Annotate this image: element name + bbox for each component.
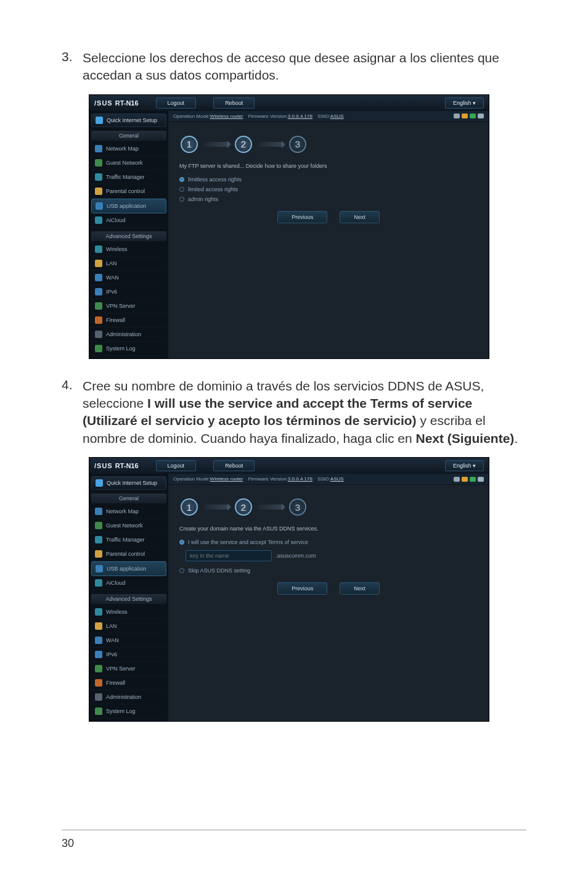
guest-network-icon <box>95 159 102 167</box>
step-3: 3. Seleccione los derechos de acceso que… <box>62 49 526 85</box>
status-icon-1 <box>454 477 460 482</box>
radio-limited-access[interactable]: limited access rights <box>179 186 480 192</box>
sidebar-item-system-log[interactable]: System Log <box>91 704 166 719</box>
sidebar-item-parental-control[interactable]: Parental control <box>91 184 166 199</box>
sidebar-item-system-log[interactable]: System Log <box>91 342 166 356</box>
sidebar-item-aicloud[interactable]: AiCloud <box>91 213 166 228</box>
sidebar-item-vpn-server[interactable]: VPN Server <box>91 662 166 676</box>
router-infobar: Operation Mode: Wireless router Firmware… <box>168 111 489 122</box>
radio-icon <box>179 540 184 545</box>
router-panel: 1 2 3 My FTP server is shared... Decide … <box>168 122 489 357</box>
sidebar-item-guest-network[interactable]: Guest Network <box>91 156 166 170</box>
sidebar-item-aicloud[interactable]: AiCloud <box>91 576 166 590</box>
brand-logo: /SUS <box>94 462 113 469</box>
fw-value[interactable]: 3.0.0.4.178 <box>288 113 312 119</box>
step-3-number: 3. <box>62 49 83 85</box>
sidebar-item-network-map[interactable]: Network Map <box>91 505 166 519</box>
wizard-steps: 1 2 3 <box>181 498 480 516</box>
sidebar-item-usb-application[interactable]: USB application <box>91 561 166 576</box>
radio-use-service[interactable]: I will use the service and accept Terms … <box>179 539 480 545</box>
wizard-step-1: 1 <box>181 498 198 516</box>
sidebar-item-wireless[interactable]: Wireless <box>91 242 166 257</box>
wizard-step-2: 2 <box>235 136 252 153</box>
wizard-step-2: 2 <box>235 498 252 516</box>
lan-icon <box>95 622 102 630</box>
sidebar-item-traffic-manager[interactable]: Traffic Manager <box>91 533 166 547</box>
ipv6-icon <box>95 651 102 658</box>
ssid-label: SSID: <box>317 113 330 119</box>
sidebar-header-advanced: Advanced Settings <box>91 231 166 241</box>
reboot-button[interactable]: Reboot <box>213 460 255 471</box>
ipv6-icon <box>95 288 102 295</box>
radio-admin-rights[interactable]: admin rights <box>179 196 480 202</box>
traffic-manager-icon <box>95 173 102 181</box>
chevron-down-icon: ▾ <box>473 100 476 106</box>
sidebar-item-firewall[interactable]: Firewall <box>91 676 166 690</box>
router-panel: 1 2 3 Create your domain name via the AS… <box>168 485 489 719</box>
sidebar-item-ipv6[interactable]: IPv6 <box>91 285 166 299</box>
sidebar-item-administration[interactable]: Administration <box>91 328 166 342</box>
arrow-icon <box>258 142 283 147</box>
usb-application-icon <box>96 202 103 210</box>
chevron-down-icon: ▾ <box>473 463 476 469</box>
router-sidebar: Quick Internet Setup General Network Map… <box>89 111 168 358</box>
status-icon-3 <box>470 477 476 482</box>
sidebar-item-wireless[interactable]: Wireless <box>91 605 166 619</box>
reboot-button[interactable]: Reboot <box>213 97 255 109</box>
sidebar-item-firewall[interactable]: Firewall <box>91 313 166 328</box>
sidebar-header-general: General <box>91 493 166 503</box>
radio-skip-ddns[interactable]: Skip ASUS DDNS setting <box>179 567 480 574</box>
step-3-text: Seleccione los derechos de acceso que de… <box>83 49 526 85</box>
page-number: 30 <box>62 837 74 850</box>
step-4-number: 4. <box>62 377 83 447</box>
sidebar-item-wan[interactable]: WAN <box>91 633 166 648</box>
op-mode-value[interactable]: Wireless router <box>210 476 243 482</box>
language-select[interactable]: English ▾ <box>445 97 484 109</box>
ddns-suffix: .asuscomm.com <box>276 553 316 559</box>
status-icon-3 <box>470 113 476 118</box>
lan-icon <box>95 260 102 267</box>
status-icon-1 <box>454 113 460 118</box>
radio-limitless-access[interactable]: limitless access rights <box>179 176 480 183</box>
sidebar-item-traffic-manager[interactable]: Traffic Manager <box>91 170 166 184</box>
brand-logo: /SUS <box>94 99 113 107</box>
fw-label: Firmware Version: <box>248 113 287 119</box>
sidebar-item-wan[interactable]: WAN <box>91 271 166 285</box>
administration-icon <box>95 693 102 701</box>
previous-button[interactable]: Previous <box>277 582 327 595</box>
quick-internet-setup[interactable]: Quick Internet Setup <box>91 113 166 127</box>
sidebar-item-network-map[interactable]: Network Map <box>91 142 166 156</box>
router-titlebar: /SUS RT-N16 Logout Reboot English ▾ <box>89 95 489 111</box>
op-mode-value[interactable]: Wireless router <box>210 113 243 119</box>
language-select[interactable]: English ▾ <box>445 460 484 471</box>
vpn-server-icon <box>95 302 102 310</box>
sidebar-item-administration[interactable]: Administration <box>91 690 166 704</box>
radio-icon <box>179 568 184 573</box>
sidebar-item-usb-application[interactable]: USB application <box>91 199 166 213</box>
sidebar-item-lan[interactable]: LAN <box>91 257 166 271</box>
logout-button[interactable]: Logout <box>156 460 197 471</box>
sidebar-item-guest-network[interactable]: Guest Network <box>91 519 166 533</box>
next-button[interactable]: Next <box>340 582 380 595</box>
previous-button[interactable]: Previous <box>277 211 327 223</box>
logout-button[interactable]: Logout <box>156 97 197 109</box>
wizard-steps: 1 2 3 <box>181 136 480 153</box>
sidebar-item-parental-control[interactable]: Parental control <box>91 547 166 561</box>
op-mode-label: Operation Mode: <box>173 476 210 482</box>
sidebar-item-lan[interactable]: LAN <box>91 619 166 633</box>
ssid-value[interactable]: ASUS <box>330 476 344 482</box>
sidebar-item-ipv6[interactable]: IPv6 <box>91 648 166 662</box>
next-button[interactable]: Next <box>340 211 380 223</box>
fw-value[interactable]: 3.0.0.4.178 <box>288 476 312 482</box>
vpn-server-icon <box>95 665 102 672</box>
parental-control-icon <box>95 188 102 195</box>
ddns-name-input[interactable] <box>186 550 272 561</box>
system-log-icon <box>95 708 102 715</box>
footer-rule <box>62 830 526 830</box>
router-screenshot-3: /SUS RT-N16 Logout Reboot English ▾ Quic… <box>89 94 489 359</box>
ssid-value[interactable]: ASUS <box>330 113 344 119</box>
qis-icon <box>96 479 103 487</box>
quick-internet-setup[interactable]: Quick Internet Setup <box>91 476 166 490</box>
sidebar-item-vpn-server[interactable]: VPN Server <box>91 299 166 313</box>
system-log-icon <box>95 345 102 352</box>
